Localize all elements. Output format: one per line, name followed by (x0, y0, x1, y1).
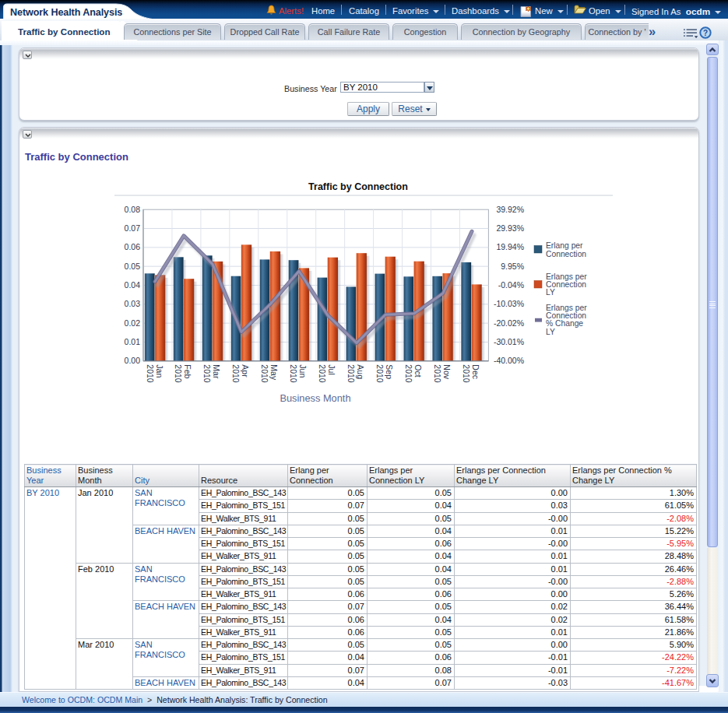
svg-text:-40.00%: -40.00% (494, 356, 524, 365)
svg-text:39.92%: 39.92% (496, 205, 524, 214)
svg-text:Traffic by Connection: Traffic by Connection (308, 181, 408, 192)
svg-text:0.08: 0.08 (125, 205, 141, 214)
svg-text:0.01: 0.01 (125, 337, 141, 346)
svg-text:Jul2010: Jul2010 (318, 364, 336, 383)
svg-text:-30.01%: -30.01% (494, 337, 524, 346)
svg-text:0.00: 0.00 (125, 356, 141, 365)
svg-text:Feb2010: Feb2010 (174, 364, 192, 383)
svg-text:9.95%: 9.95% (501, 262, 524, 271)
svg-text:Dec2010: Dec2010 (462, 364, 480, 383)
svg-text:0.03: 0.03 (125, 299, 141, 308)
svg-text:Sep2010: Sep2010 (375, 364, 394, 383)
svg-text:Connection: Connection (546, 250, 586, 258)
svg-text:0.02: 0.02 (125, 318, 141, 328)
svg-text:?: ? (703, 29, 708, 37)
svg-text:Nov2010: Nov2010 (433, 364, 452, 383)
svg-text:29.93%: 29.93% (496, 223, 524, 233)
svg-text:Mar2010: Mar2010 (202, 364, 221, 383)
svg-text:May2010: May2010 (260, 364, 279, 383)
svg-text:Jan2010: Jan2010 (146, 364, 164, 383)
svg-text:LY: LY (546, 328, 555, 336)
svg-text:0.05: 0.05 (125, 262, 141, 271)
svg-text:-20.02%: -20.02% (494, 318, 524, 328)
svg-text:Apr2010: Apr2010 (231, 364, 250, 383)
svg-text:Oct2010: Oct2010 (404, 364, 423, 383)
svg-text:Aug2010: Aug2010 (346, 364, 365, 383)
svg-text:-10.03%: -10.03% (494, 299, 524, 308)
svg-text:-0.04%: -0.04% (498, 280, 524, 290)
svg-text:19.94%: 19.94% (496, 242, 524, 251)
svg-text:0.07: 0.07 (125, 223, 141, 233)
svg-text:Jun2010: Jun2010 (289, 364, 308, 383)
svg-text:Business Month: Business Month (280, 392, 350, 404)
svg-text:LY: LY (546, 288, 555, 297)
svg-text:0.04: 0.04 (125, 280, 141, 290)
svg-text:0.06: 0.06 (125, 242, 141, 251)
